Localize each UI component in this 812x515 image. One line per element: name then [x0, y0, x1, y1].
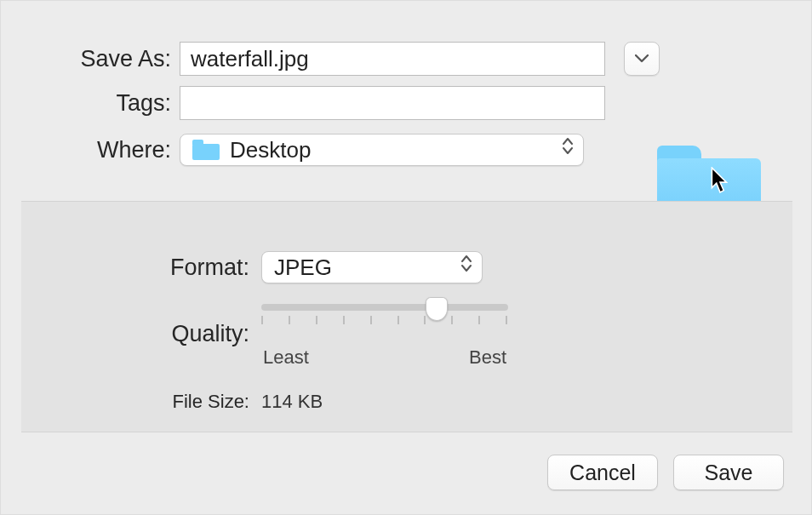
save-as-label: Save As: — [35, 46, 180, 72]
slider-min-label: Least — [263, 346, 309, 369]
options-panel: Format: JPEG Quality: — [21, 201, 792, 432]
dialog-buttons: Cancel Save — [547, 455, 784, 490]
slider-range-labels: Least Best — [261, 346, 508, 369]
chevron-down-icon — [635, 54, 649, 63]
save-as-row: Save As: — [35, 42, 811, 76]
slider-max-label: Best — [469, 346, 506, 369]
save-dialog: Save As: Tags: Where: Desktop Wallpapers — [0, 0, 812, 515]
filesize-label: File Size: — [21, 391, 261, 413]
slider-ticks — [261, 316, 508, 328]
where-select[interactable]: Desktop — [180, 134, 584, 166]
filesize-value: 114 KB — [261, 391, 323, 413]
filesize-row: File Size: 114 KB — [21, 391, 792, 413]
folder-icon — [192, 140, 220, 160]
slider-track — [261, 304, 508, 311]
quality-label: Quality: — [21, 321, 261, 347]
format-label: Format: — [21, 255, 261, 281]
format-value: JPEG — [274, 255, 332, 281]
save-button[interactable]: Save — [673, 455, 784, 490]
where-label: Where: — [35, 137, 180, 163]
tags-input[interactable] — [180, 86, 605, 120]
quality-slider[interactable]: Least Best — [261, 299, 508, 369]
tags-row: Tags: — [35, 86, 811, 120]
where-value: Desktop — [230, 137, 571, 163]
updown-icon — [563, 138, 573, 154]
filename-input[interactable] — [180, 42, 605, 76]
updown-icon — [461, 255, 472, 272]
tags-label: Tags: — [35, 90, 180, 117]
quality-row: Quality: Least Best — [21, 299, 792, 369]
expand-button[interactable] — [624, 42, 660, 76]
format-select[interactable]: JPEG — [261, 251, 483, 283]
cancel-button[interactable]: Cancel — [547, 455, 658, 490]
format-row: Format: JPEG — [21, 251, 792, 283]
